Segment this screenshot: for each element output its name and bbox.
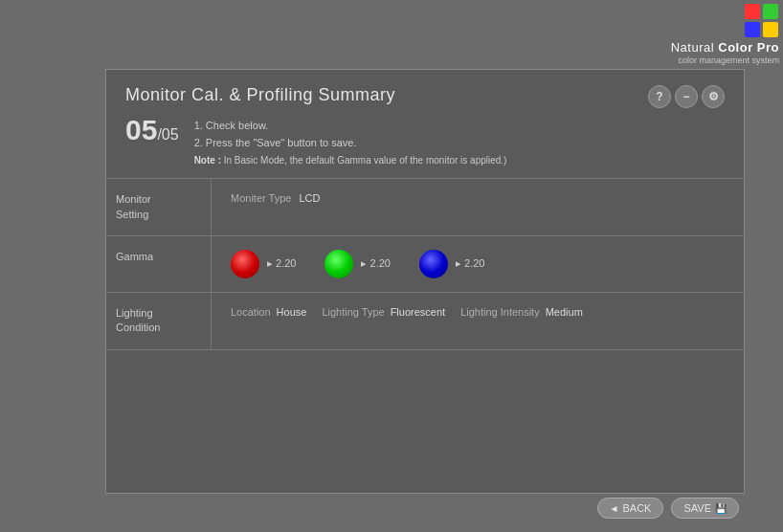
location-group: Location House bbox=[231, 306, 306, 318]
intensity-group: Lighting Intensity Medium bbox=[460, 306, 583, 318]
step-total: /05 bbox=[157, 126, 178, 143]
monitor-setting-label: MonitorSetting bbox=[106, 179, 212, 235]
main-panel: Monitor Cal. & Profiling Summary ? − ⚙ 0… bbox=[105, 69, 745, 494]
instructions: 1. Check below. 2. Press the "Save" butt… bbox=[194, 116, 507, 168]
logo-brand: Natural Color Pro bbox=[671, 40, 779, 55]
page-title: Monitor Cal. & Profiling Summary bbox=[125, 85, 395, 105]
header-top: Monitor Cal. & Profiling Summary ? − ⚙ bbox=[125, 85, 725, 108]
monitor-type-row: Moniter Type LCD bbox=[231, 192, 725, 204]
location-value: House bbox=[277, 306, 307, 318]
logo-subtitle: color management system bbox=[678, 55, 779, 65]
gamma-green-value: ▸ 2.20 bbox=[361, 257, 390, 270]
lighting-section: LightingCondition Location House Lightin… bbox=[106, 293, 744, 350]
minimize-button[interactable]: − bbox=[675, 85, 698, 108]
lighting-row: Location House Lighting Type Fluorescent… bbox=[231, 306, 725, 318]
footer-buttons: ◄ BACK SAVE 💾 bbox=[597, 498, 739, 519]
gamma-red-value: ▸ 2.20 bbox=[267, 257, 296, 270]
save-label: SAVE bbox=[683, 502, 711, 514]
back-button[interactable]: ◄ BACK bbox=[597, 498, 664, 519]
gamma-red-item: ▸ 2.20 bbox=[231, 250, 296, 278]
gamma-section: Gamma ▸ 2.20 ▸ 2.20 ▸ 2.20 bbox=[106, 236, 744, 293]
step-number: 05/05 bbox=[125, 116, 179, 144]
intensity-label: Lighting Intensity bbox=[460, 306, 540, 318]
monitor-setting-content: Moniter Type LCD bbox=[212, 179, 744, 235]
back-arrow-icon: ◄ bbox=[610, 503, 619, 514]
lighting-label: LightingCondition bbox=[106, 293, 212, 349]
logo-sq-blue bbox=[745, 22, 760, 37]
green-circle bbox=[324, 250, 353, 278]
step-info: 05/05 1. Check below. 2. Press the "Save… bbox=[125, 116, 725, 168]
header-buttons: ? − ⚙ bbox=[648, 85, 725, 108]
type-label: Lighting Type bbox=[322, 306, 384, 318]
help-button[interactable]: ? bbox=[648, 85, 671, 108]
instruction-2: 2. Press the "Save" button to save. bbox=[194, 135, 507, 152]
location-label: Location bbox=[231, 306, 271, 318]
monitor-type-label: Moniter Type bbox=[231, 192, 291, 204]
logo-natural: Natural bbox=[671, 40, 719, 55]
lighting-content: Location House Lighting Type Fluorescent… bbox=[212, 293, 744, 349]
back-label: BACK bbox=[623, 502, 652, 514]
gamma-row: ▸ 2.20 ▸ 2.20 ▸ 2.20 bbox=[231, 250, 725, 278]
note-content: In Basic Mode, the default Gamma value o… bbox=[224, 155, 507, 166]
header-area: Monitor Cal. & Profiling Summary ? − ⚙ 0… bbox=[106, 70, 744, 179]
red-circle bbox=[231, 250, 259, 278]
logo-icon bbox=[745, 4, 779, 38]
settings-button[interactable]: ⚙ bbox=[702, 85, 725, 108]
logo-sq-green bbox=[763, 4, 778, 19]
logo-pro: Pro bbox=[753, 40, 779, 55]
type-group: Lighting Type Fluorescent bbox=[322, 306, 445, 318]
logo-area: Natural Color Pro color management syste… bbox=[671, 4, 779, 65]
instruction-1: 1. Check below. bbox=[194, 118, 507, 135]
step-current: 05 bbox=[125, 114, 157, 145]
save-button[interactable]: SAVE 💾 bbox=[671, 498, 739, 519]
gamma-blue-item: ▸ 2.20 bbox=[419, 250, 484, 278]
type-value: Fluorescent bbox=[391, 306, 445, 318]
logo-sq-red bbox=[745, 4, 760, 19]
intensity-value: Medium bbox=[546, 306, 583, 318]
gamma-label: Gamma bbox=[106, 236, 212, 292]
monitor-setting-section: MonitorSetting Moniter Type LCD bbox=[106, 179, 744, 236]
note-label: Note : bbox=[194, 155, 224, 166]
note-text: Note : In Basic Mode, the default Gamma … bbox=[194, 153, 507, 168]
logo-sq-yellow bbox=[763, 22, 778, 37]
blue-circle bbox=[419, 250, 448, 278]
gamma-blue-value: ▸ 2.20 bbox=[456, 257, 484, 270]
logo-color: Color bbox=[718, 40, 752, 55]
monitor-type-value: LCD bbox=[299, 192, 320, 204]
save-icon: 💾 bbox=[715, 503, 727, 514]
gamma-green-item: ▸ 2.20 bbox=[324, 250, 390, 278]
gamma-content: ▸ 2.20 ▸ 2.20 ▸ 2.20 bbox=[212, 236, 744, 292]
